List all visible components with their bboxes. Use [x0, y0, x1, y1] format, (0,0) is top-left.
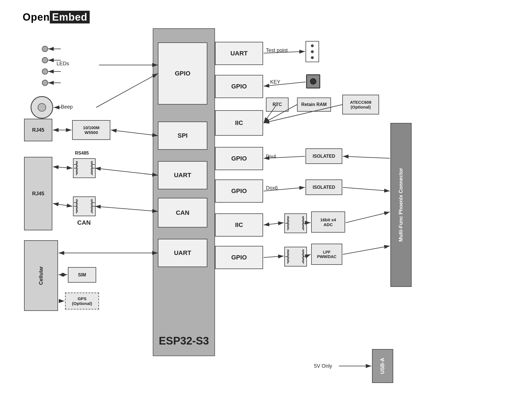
- adc-transformer: [284, 213, 307, 233]
- svg-line-34: [95, 168, 158, 175]
- uart1-block: UART: [158, 161, 207, 189]
- logo: OpenEmbed: [23, 11, 90, 23]
- dox6-label: Dox6: [266, 185, 278, 191]
- spi-block: SPI: [158, 122, 207, 150]
- dix4-label: Dix4: [266, 154, 276, 160]
- svg-line-46: [343, 156, 390, 158]
- key-button[interactable]: [306, 74, 320, 88]
- isolated1-box: ISOLATED: [306, 148, 342, 164]
- svg-line-53: [306, 254, 311, 256]
- tp-dot-2: [311, 50, 314, 53]
- rs485-label: RS485: [75, 151, 89, 156]
- w5500-box: 10/100M W5500: [72, 120, 110, 140]
- gpio-r1-block: GPIO: [215, 75, 263, 98]
- buzzer-inner: [38, 103, 46, 112]
- svg-line-52: [264, 256, 284, 257]
- cellular-box: Cellular: [24, 240, 58, 311]
- beep-label: Beep: [61, 104, 73, 110]
- gpio-r2-block: GPIO: [215, 147, 263, 170]
- can-block: CAN: [158, 198, 207, 228]
- isolated2-box: ISOLATED: [306, 179, 342, 195]
- svg-line-32: [111, 130, 158, 136]
- rj45-rs: RJ45: [24, 157, 52, 230]
- svg-line-48: [343, 187, 390, 191]
- svg-line-35: [53, 203, 72, 206]
- usb-a-box: USB-A: [372, 349, 393, 383]
- iic2-block: IIC: [215, 213, 263, 237]
- lpf-box: LPF PWM/DAC: [311, 244, 342, 265]
- can-label: CAN: [77, 219, 91, 226]
- retain-ram-box: Retain RAM: [297, 98, 331, 112]
- adc-box: 16bit x4 ADC: [311, 211, 345, 233]
- testpoint: [306, 41, 319, 62]
- logo-open: Open: [23, 11, 50, 23]
- tp-dot-3: [311, 56, 314, 59]
- iic1-block: IIC: [215, 110, 263, 136]
- multifunc-connector: Multi-Func Phoenix Connector: [390, 123, 412, 287]
- svg-line-33: [53, 167, 72, 168]
- leds-label: LEDs: [57, 61, 69, 67]
- key-inner: [310, 78, 316, 85]
- esp32-label: ESP32-S3: [159, 335, 209, 347]
- svg-line-36: [95, 206, 158, 211]
- tp-dot-1: [311, 44, 314, 47]
- lpf-transformer: [284, 247, 307, 267]
- gpio-r3-block: GPIO: [215, 179, 263, 203]
- led-dot-2: [42, 57, 48, 63]
- svg-line-51: [346, 212, 390, 223]
- gpio1-block: GPIO: [158, 42, 207, 105]
- testpoint-label: Test point: [266, 47, 288, 53]
- uart2-block: UART: [158, 239, 207, 267]
- uart-r-block: UART: [215, 42, 263, 65]
- svg-line-49: [264, 223, 284, 225]
- atecc608-box: ATECC608 (Optional): [342, 95, 379, 114]
- can-transformer: [73, 196, 96, 216]
- sim-box: SIM: [68, 267, 96, 283]
- led-dot-3: [42, 68, 48, 75]
- rj45-eth: RJ45: [24, 119, 52, 141]
- svg-line-54: [343, 246, 390, 254]
- rs485-transformer: [73, 158, 96, 178]
- led-dot-1: [42, 46, 48, 52]
- buzzer: [31, 96, 53, 119]
- gpio-r4-block: GPIO: [215, 246, 263, 269]
- led-dot-4: [42, 80, 48, 86]
- rtc-box: RTC: [266, 98, 289, 112]
- key-label: KEY: [270, 79, 280, 85]
- svg-line-30: [96, 73, 158, 107]
- logo-embed: Embed: [50, 11, 90, 23]
- 5v-label: 5V Only: [314, 363, 332, 369]
- gps-box: GPS (Optional): [65, 293, 99, 309]
